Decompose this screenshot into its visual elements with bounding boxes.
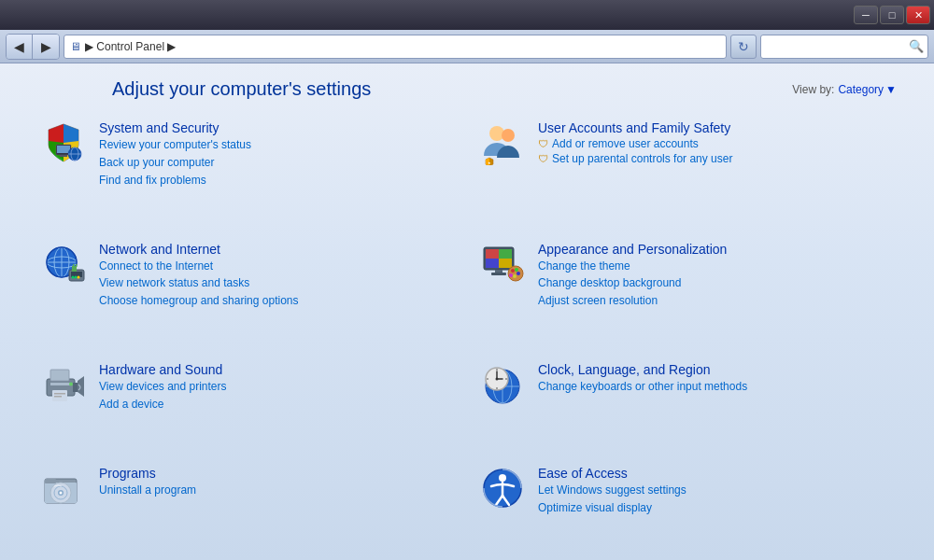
clock-language-content: Clock, Language, and Region Change keybo… [538,362,747,395]
svg-rect-42 [54,393,65,395]
link-fix-problems[interactable]: Find and fix problems [99,173,251,189]
categories-grid: System and Security Review your computer… [0,111,934,560]
network-internet-content: Network and Internet Connect to the Inte… [99,242,298,309]
hardware-sound-icon [41,362,86,407]
close-button[interactable]: ✕ [906,6,930,24]
svg-rect-25 [486,249,499,259]
svg-point-18 [75,275,78,278]
svg-point-32 [511,269,515,273]
svg-rect-1 [57,146,70,153]
category-user-accounts[interactable]: ★ User Accounts and Family Safety 🛡 Add … [467,111,906,232]
link-parental-controls[interactable]: 🛡 Set up parental controls for any user [538,152,732,165]
category-hardware-sound[interactable]: Hardware and Sound View devices and prin… [28,353,467,456]
user-accounts-icon: ★ [480,120,525,165]
path-icon: 🖥 [70,40,81,53]
link-backup[interactable]: Back up your computer [99,155,251,171]
category-clock-language[interactable]: Clock, Language, and Region Change keybo… [467,353,906,456]
svg-rect-21 [73,264,75,267]
user-accounts-title[interactable]: User Accounts and Family Safety [538,120,732,135]
nav-buttons: ◀ ▶ [6,34,60,60]
category-programs[interactable]: Programs Uninstall a program [28,456,467,560]
system-security-content: System and Security Review your computer… [99,120,251,188]
network-internet-icon [41,242,86,287]
link-change-theme[interactable]: Change the theme [538,259,727,274]
search-icon[interactable]: 🔍 [909,39,924,53]
user-accounts-content: User Accounts and Family Safety 🛡 Add or… [538,120,732,165]
link-add-device[interactable]: Add a device [99,397,227,413]
svg-point-7 [502,129,515,142]
svg-rect-30 [491,273,506,275]
chevron-down-icon: ▼ [885,83,897,96]
link-add-remove-users[interactable]: 🛡 Add or remove user accounts [538,137,732,150]
svg-rect-27 [486,259,499,268]
forward-button[interactable]: ▶ [33,35,59,59]
svg-point-36 [509,273,513,277]
back-button[interactable]: ◀ [7,35,33,59]
svg-rect-2 [60,155,67,157]
link-change-keyboards[interactable]: Change keyboards or other input methods [538,379,747,395]
window-controls: ─ □ ✕ [854,6,930,24]
search-box[interactable]: 🔍 [760,35,928,59]
link-screen-resolution[interactable]: Adjust screen resolution [538,293,727,309]
programs-content: Programs Uninstall a program [99,466,196,498]
content-header: Adjust your computer's settings View by:… [0,63,934,111]
address-field[interactable]: 🖥 ▶ Control Panel ▶ [64,35,727,59]
svg-rect-44 [73,383,78,392]
svg-point-66 [499,474,506,482]
hardware-sound-content: Hardware and Sound View devices and prin… [99,362,227,413]
link-uninstall-program[interactable]: Uninstall a program [99,483,196,498]
svg-marker-45 [78,376,84,397]
programs-title[interactable]: Programs [99,466,196,481]
link-desktop-background[interactable]: Change desktop background [538,275,727,291]
link-connect-internet[interactable]: Connect to the Internet [99,259,298,274]
link-add-remove-label[interactable]: Add or remove user accounts [552,137,699,150]
view-by-value-text: Category [838,83,884,96]
svg-rect-38 [50,383,71,385]
system-security-icon [41,120,86,165]
minimize-button[interactable]: ─ [854,6,878,24]
link-suggest-settings[interactable]: Let Windows suggest settings [538,483,686,498]
svg-rect-40 [50,370,69,381]
svg-rect-28 [499,259,512,268]
svg-rect-22 [76,264,78,267]
svg-point-34 [517,272,520,275]
svg-rect-60 [45,479,56,483]
appearance-title[interactable]: Appearance and Personalization [538,242,727,257]
ease-of-access-title[interactable]: Ease of Access [538,466,686,481]
main-content: Adjust your computer's settings View by:… [0,63,934,560]
path-label: ▶ Control Panel ▶ [85,40,720,53]
shield-icon-small-1: 🛡 [538,138,548,149]
category-appearance[interactable]: Appearance and Personalization Change th… [467,232,906,354]
clock-language-icon [480,362,525,407]
svg-rect-43 [54,396,62,398]
ease-of-access-icon [480,466,525,511]
svg-point-33 [515,268,518,272]
link-devices-printers[interactable]: View devices and printers [99,379,227,395]
link-network-status[interactable]: View network status and tasks [99,275,298,291]
svg-rect-26 [499,249,512,259]
svg-point-19 [78,275,80,278]
category-network-internet[interactable]: Network and Internet Connect to the Inte… [28,232,467,354]
category-ease-of-access[interactable]: Ease of Access Let Windows suggest setti… [467,456,906,560]
svg-point-64 [60,492,63,495]
search-input[interactable] [765,40,909,53]
link-homegroup[interactable]: Choose homegroup and sharing options [99,293,298,309]
ease-of-access-content: Ease of Access Let Windows suggest setti… [538,466,686,516]
link-visual-display[interactable]: Optimize visual display [538,500,686,516]
view-by-label: View by: [792,83,834,96]
appearance-icon [480,242,525,287]
view-by-dropdown[interactable]: Category ▼ [838,83,897,96]
address-bar: ◀ ▶ 🖥 ▶ Control Panel ▶ ↻ 🔍 [0,30,934,63]
appearance-content: Appearance and Personalization Change th… [538,242,727,309]
network-internet-title[interactable]: Network and Internet [99,242,298,257]
clock-language-title[interactable]: Clock, Language, and Region [538,362,747,377]
link-review-status[interactable]: Review your computer's status [99,137,251,153]
page-title: Adjust your computer's settings [112,78,371,100]
category-system-security[interactable]: System and Security Review your computer… [28,111,467,232]
title-bar: ─ □ ✕ [0,0,934,30]
refresh-button[interactable]: ↻ [730,35,757,59]
system-security-title[interactable]: System and Security [99,120,251,135]
maximize-button[interactable]: □ [880,6,904,24]
link-parental-label[interactable]: Set up parental controls for any user [552,152,732,165]
hardware-sound-title[interactable]: Hardware and Sound [99,362,227,377]
